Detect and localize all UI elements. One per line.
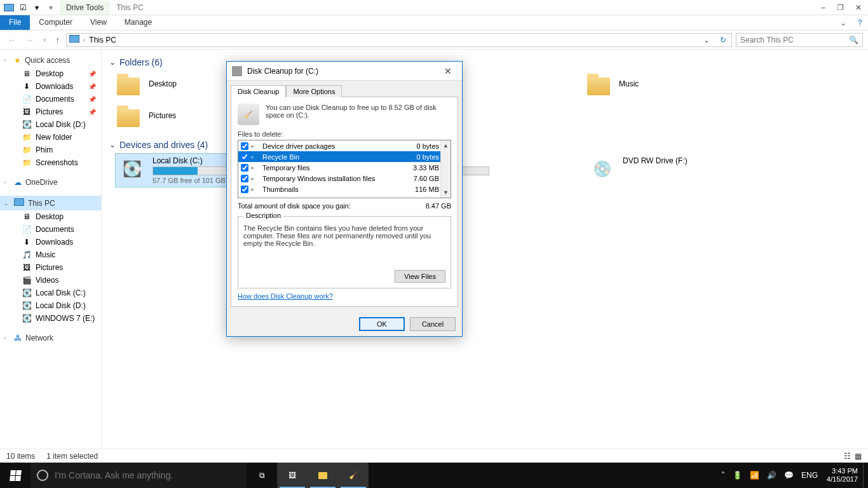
tray-overflow-icon[interactable]: ˄	[721, 471, 725, 480]
file-checkbox[interactable]	[241, 153, 248, 161]
sidebar-network[interactable]: ›🖧Network	[0, 331, 101, 345]
file-checkbox[interactable]	[241, 164, 248, 172]
chevron-right-icon[interactable]: ›	[83, 36, 85, 43]
new-folder-icon[interactable]: ▾	[32, 3, 42, 13]
navigation-bar: ← → ▾ ↑ › This PC ⌄ ↻ 🔍	[0, 30, 868, 50]
sidebar-item-videos[interactable]: 🎬Videos	[0, 274, 101, 287]
close-button[interactable]: ✕	[855, 3, 862, 12]
sidebar-item-downloads[interactable]: ⬇Downloads	[0, 236, 101, 248]
search-box[interactable]: 🔍	[736, 33, 863, 47]
dialog-close-button[interactable]: ✕	[439, 65, 457, 78]
files-listbox[interactable]: ▫Device driver packages0 bytes▫Recycle B…	[238, 140, 451, 198]
help-link[interactable]: How does Disk Cleanup work?	[238, 288, 451, 300]
item-icon: 🖥	[22, 69, 32, 79]
wifi-icon[interactable]: 📶	[750, 471, 759, 480]
sidebar-item-phim[interactable]: 📁Phim	[0, 144, 101, 156]
taskbar-app-disk-cleanup[interactable]: 🧹	[338, 463, 369, 488]
drive-item[interactable]: 💿DVD RW Drive (F:)	[586, 154, 796, 187]
drives-heading: Devices and drives (4)	[119, 140, 208, 150]
file-checkbox[interactable]	[241, 175, 248, 182]
back-button[interactable]: ←	[5, 34, 19, 46]
properties-icon[interactable]: ☑	[18, 3, 28, 13]
sidebar-item-pictures[interactable]: 🖼Pictures📌	[0, 105, 101, 118]
address-bar[interactable]: › This PC ⌄ ↻	[66, 33, 732, 47]
view-files-button[interactable]: View Files	[395, 270, 445, 283]
file-checkbox[interactable]	[241, 142, 248, 150]
dialog-titlebar[interactable]: Disk Cleanup for (C:) ✕	[227, 62, 462, 81]
ribbon-chevron-icon[interactable]: ⌄	[835, 15, 851, 30]
sidebar-item-label: Pictures	[36, 107, 63, 116]
taskbar-app-photos[interactable]: 🖼	[277, 463, 308, 488]
dialog-intro-text: You can use Disk Cleanup to free up to 8…	[266, 104, 451, 125]
sidebar-item-desktop[interactable]: 🖥Desktop	[0, 210, 101, 223]
address-dropdown[interactable]: ⌄	[700, 36, 714, 44]
tab-computer[interactable]: Computer	[30, 15, 81, 30]
volume-icon[interactable]: 🔊	[767, 471, 776, 480]
file-row[interactable]: ▫Temporary files3.33 MB	[238, 162, 451, 173]
file-row[interactable]: ▫Thumbnails116 MB	[238, 184, 451, 194]
file-row[interactable]: ▫Device driver packages0 bytes	[238, 140, 451, 151]
help-icon[interactable]: ?	[851, 15, 868, 30]
battery-icon[interactable]: 🔋	[733, 471, 742, 480]
sidebar-item-new-folder[interactable]: 📁New folder	[0, 131, 101, 144]
drive-icon: 💽	[118, 156, 146, 182]
sidebar-item-documents[interactable]: 📄Documents	[0, 223, 101, 236]
action-center-icon[interactable]: 💬	[784, 471, 794, 480]
sidebar-item-local-disk-c-[interactable]: 💽Local Disk (C:)	[0, 287, 101, 299]
search-input[interactable]	[740, 36, 849, 44]
contextual-tab-drive-tools[interactable]: Drive Tools	[60, 1, 110, 15]
sidebar-item-label: Downloads	[36, 82, 73, 91]
sidebar-item-music[interactable]: 🎵Music	[0, 248, 101, 261]
view-large-icon[interactable]: ▦	[855, 452, 862, 461]
file-row[interactable]: ▫Recycle Bin0 bytes	[238, 151, 451, 162]
sidebar-onedrive[interactable]: ›☁OneDrive	[0, 175, 101, 189]
tab-view[interactable]: View	[81, 15, 116, 30]
sidebar-this-pc[interactable]: ⌄This PC	[0, 196, 101, 210]
sidebar-item-label: Music	[36, 250, 55, 259]
sidebar-item-documents[interactable]: 📄Documents📌	[0, 93, 101, 105]
up-button[interactable]: ↑	[53, 34, 62, 46]
sidebar-item-screenshots[interactable]: 📁Screenshots	[0, 156, 101, 169]
sidebar-item-local-disk-d-[interactable]: 💽Local Disk (D:)	[0, 299, 101, 312]
sidebar-item-windows-7-e-[interactable]: 💽WINDOWS 7 (E:)	[0, 312, 101, 325]
recent-dropdown[interactable]: ▾	[41, 36, 49, 44]
tab-disk-cleanup[interactable]: Disk Cleanup	[231, 85, 286, 97]
file-checkbox[interactable]	[241, 186, 248, 193]
minimize-button[interactable]: –	[821, 3, 825, 12]
task-view-button[interactable]: ⧉	[247, 463, 277, 488]
section-drives[interactable]: ⌄ Devices and drives (4)	[109, 136, 860, 154]
clock[interactable]: 3:43 PM 4/15/2017	[822, 467, 863, 484]
scroll-down-icon[interactable]: ▼	[441, 187, 451, 198]
maximize-button[interactable]: ❐	[837, 3, 844, 12]
sidebar-item-label: Screenshots	[36, 158, 78, 167]
refresh-button[interactable]: ↻	[717, 36, 729, 44]
cancel-button[interactable]: Cancel	[410, 317, 456, 331]
tab-file[interactable]: File	[0, 15, 30, 30]
language-indicator[interactable]: ENG	[801, 471, 818, 480]
breadcrumb-this-pc[interactable]: This PC	[89, 36, 116, 44]
scroll-up-icon[interactable]: ▲	[441, 140, 451, 151]
view-details-icon[interactable]: ☷	[844, 452, 851, 461]
show-desktop-button[interactable]	[863, 463, 868, 488]
qat-overflow-icon[interactable]: ▾	[46, 3, 56, 13]
sidebar-item-local-disk-d-[interactable]: 💽Local Disk (D:)	[0, 118, 101, 131]
scrollbar[interactable]: ▲ ▼	[440, 140, 451, 198]
item-icon: 🖥	[22, 212, 32, 222]
sidebar-item-desktop[interactable]: 🖥Desktop📌	[0, 67, 101, 80]
cortana-search[interactable]	[31, 463, 247, 488]
sidebar-item-downloads[interactable]: ⬇Downloads📌	[0, 80, 101, 93]
tab-manage[interactable]: Manage	[116, 15, 161, 30]
ok-button[interactable]: OK	[359, 317, 405, 331]
taskbar-app-explorer[interactable]	[308, 463, 338, 488]
search-icon[interactable]: 🔍	[849, 36, 858, 44]
folder-item[interactable]: Music	[586, 71, 796, 97]
file-row[interactable]: ▫Temporary Windows installation files7.6…	[238, 173, 451, 184]
tab-more-options[interactable]: More Options	[286, 85, 342, 97]
sidebar-item-pictures[interactable]: 🖼Pictures	[0, 261, 101, 274]
section-folders[interactable]: ⌄ Folders (6)	[109, 53, 860, 71]
sidebar-quick-access[interactable]: ›★Quick access	[0, 53, 101, 67]
cortana-input[interactable]	[55, 470, 240, 480]
item-icon: 📁	[22, 158, 32, 168]
start-button[interactable]	[0, 463, 31, 488]
sidebar-item-label: New folder	[36, 133, 72, 142]
